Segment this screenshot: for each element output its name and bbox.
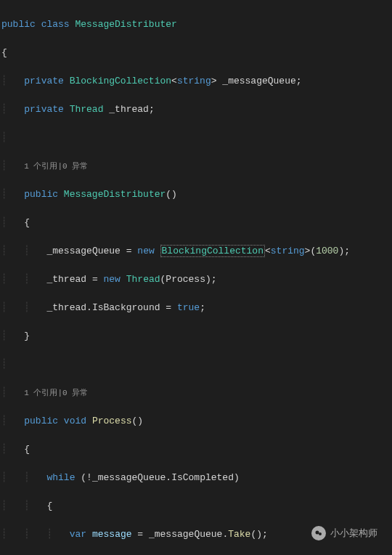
prop: IsBackground [92, 302, 160, 313]
keyword: new [104, 274, 121, 285]
keyword: class [41, 19, 70, 30]
keyword: private [24, 76, 64, 86]
codelens[interactable]: 1 个引用|0 异常 [24, 162, 88, 171]
watermark-text: 小小架构师 [330, 526, 377, 540]
keyword: true [177, 302, 200, 313]
field: _thread [46, 302, 86, 313]
type: Thread [126, 274, 160, 285]
watermark: 小小架构师 [311, 526, 377, 540]
svg-point-0 [316, 531, 319, 535]
field: _messageQueue [46, 246, 120, 256]
keyword: string [177, 76, 211, 86]
keyword: string [271, 246, 305, 256]
local: message [92, 529, 132, 540]
keyword: public [1, 19, 36, 30]
keyword: while [46, 472, 75, 483]
field: _messageQueue [92, 472, 166, 483]
svg-point-1 [319, 532, 322, 535]
field: _thread [109, 104, 149, 115]
prop: IsCompleted [171, 472, 234, 483]
type: Thread [70, 104, 104, 115]
ctor-name: MessageDistributer [64, 189, 166, 200]
keyword: void [64, 416, 86, 426]
keyword: new [137, 246, 154, 256]
field: _messageQueue [222, 76, 295, 86]
field: _thread [46, 274, 86, 285]
field: _messageQueue [149, 529, 222, 540]
keyword: var [70, 529, 86, 540]
type: BlockingCollection [70, 76, 171, 86]
arg: Process [166, 274, 205, 285]
keyword: private [24, 104, 64, 115]
keyword: public [24, 189, 58, 200]
class-name: MessageDistributer [75, 19, 176, 30]
type-highlighted: BlockingCollection [160, 245, 265, 257]
method: Take [228, 529, 250, 540]
wechat-icon [311, 526, 326, 540]
method: Process [92, 416, 132, 426]
number: 1000 [316, 246, 338, 256]
codelens[interactable]: 1 个引用|0 异常 [24, 389, 88, 397]
keyword: public [24, 416, 58, 426]
code-editor[interactable]: public class MessageDistributer { ┊ priv… [0, 0, 392, 555]
